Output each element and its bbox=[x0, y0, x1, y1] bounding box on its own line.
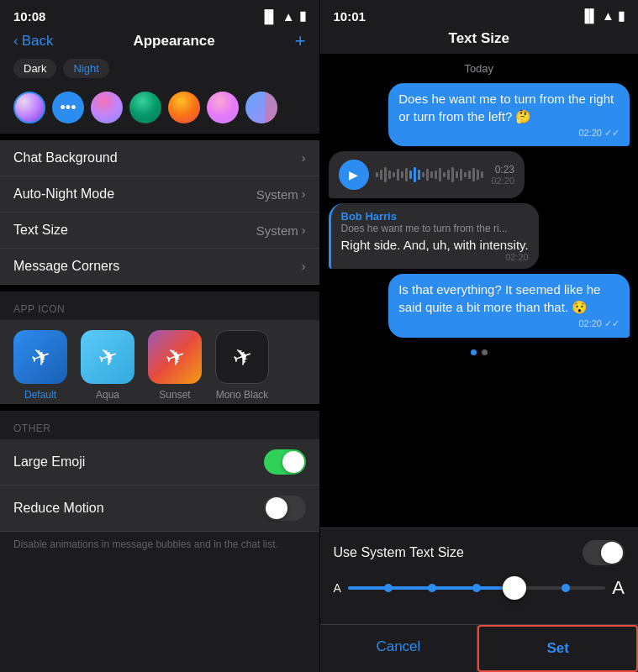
message-out-1: Does he want me to turn from the right o… bbox=[388, 83, 630, 146]
menu-item-auto-night[interactable]: Auto-Night Mode System › bbox=[0, 176, 319, 213]
accent-color-gradient[interactable] bbox=[245, 92, 277, 123]
accent-color-blue[interactable]: ••• bbox=[52, 92, 84, 123]
svg-rect-15 bbox=[439, 168, 441, 181]
left-panel: 10:08 ▐▌ ▲ ▮ ‹ Back Appearance + Dark Ni… bbox=[0, 0, 319, 672]
app-icon-default[interactable]: ✈ Default bbox=[13, 330, 67, 401]
reply-main-text: Right side. And, uh, with intensity. bbox=[341, 238, 529, 252]
menu-item-message-corners[interactable]: Message Corners › bbox=[0, 249, 319, 285]
svg-rect-5 bbox=[397, 169, 399, 181]
toggle-knob-motion bbox=[266, 497, 287, 519]
accent-color-orange[interactable] bbox=[168, 92, 200, 123]
svg-rect-23 bbox=[472, 168, 475, 181]
reply-preview: Does he want me to turn from the ri... bbox=[341, 223, 529, 234]
accent-color-purple[interactable] bbox=[13, 92, 45, 123]
audio-duration: 0:23 bbox=[495, 164, 514, 176]
message-text-1: Does he want me to turn from the right o… bbox=[398, 92, 614, 123]
slider-mark-2 bbox=[428, 584, 436, 592]
right-panel: 10:01 ▐▌ ▲ ▮ Text Size Today Does he wan… bbox=[320, 0, 639, 672]
tick-icon-1: ✓✓ bbox=[604, 128, 620, 138]
system-text-row: Use System Text Size bbox=[334, 540, 625, 565]
battery-icon: ▮ bbox=[299, 8, 306, 24]
other-section: Large Emoji Reduce Motion bbox=[0, 439, 319, 532]
svg-rect-10 bbox=[418, 170, 420, 180]
chat-date: Today bbox=[329, 62, 630, 75]
svg-rect-7 bbox=[405, 168, 408, 181]
app-icon-aqua[interactable]: ✈ Aqua bbox=[81, 330, 134, 401]
chat-area: Today Does he want me to turn from the r… bbox=[320, 54, 639, 528]
svg-rect-3 bbox=[388, 171, 391, 179]
accent-color-pink[interactable] bbox=[91, 92, 123, 123]
battery-icon-r: ▮ bbox=[618, 8, 625, 23]
svg-rect-8 bbox=[409, 171, 412, 179]
svg-rect-2 bbox=[384, 167, 387, 182]
text-size-slider[interactable] bbox=[348, 586, 605, 590]
time-right: 10:01 bbox=[334, 9, 366, 24]
chevron-right-icon-0: › bbox=[302, 151, 306, 165]
svg-rect-19 bbox=[456, 171, 458, 178]
app-icons-row: ✈ Default ✈ Aqua ✈ Sunset ✈ Mono Black bbox=[0, 320, 319, 404]
status-icons-left: ▐▌ ▲ ▮ bbox=[260, 8, 305, 24]
telegram-logo-default: ✈ bbox=[27, 341, 55, 374]
section-header-app-icon: APP ICON bbox=[0, 291, 319, 320]
svg-rect-11 bbox=[422, 172, 424, 177]
play-button[interactable]: ▶ bbox=[339, 160, 369, 190]
status-bar-right: 10:01 ▐▌ ▲ ▮ bbox=[320, 0, 639, 27]
app-icon-sunset[interactable]: ✈ Sunset bbox=[148, 330, 202, 401]
menu-item-chat-background[interactable]: Chat Background › bbox=[0, 140, 319, 176]
theme-night[interactable]: Night bbox=[63, 59, 108, 78]
svg-rect-0 bbox=[376, 172, 378, 177]
large-emoji-toggle[interactable] bbox=[264, 449, 306, 475]
menu-item-text-size[interactable]: Text Size System › bbox=[0, 213, 319, 249]
nav-bar-left: ‹ Back Appearance + bbox=[0, 27, 319, 59]
add-button[interactable]: + bbox=[295, 30, 306, 52]
slider-mark-3 bbox=[472, 584, 481, 592]
cancel-button[interactable]: Cancel bbox=[320, 625, 478, 672]
toggle-large-emoji[interactable]: Large Emoji bbox=[0, 439, 319, 486]
theme-dark[interactable]: Dark bbox=[13, 59, 56, 78]
accent-color-green[interactable] bbox=[129, 92, 161, 123]
status-icons-right: ▐▌ ▲ ▮ bbox=[581, 8, 625, 24]
svg-rect-9 bbox=[414, 167, 416, 182]
app-icon-mono-black[interactable]: ✈ Mono Black bbox=[215, 330, 269, 401]
svg-rect-6 bbox=[401, 171, 403, 178]
signal-icon-r: ▐▌ bbox=[581, 8, 598, 23]
slider-thumb[interactable] bbox=[503, 576, 526, 600]
message-time-2: 02:20 ✓✓ bbox=[398, 318, 620, 330]
svg-rect-4 bbox=[393, 172, 395, 177]
time-left: 10:08 bbox=[13, 9, 45, 24]
reduce-motion-toggle[interactable] bbox=[264, 496, 306, 521]
audio-message: ▶ bbox=[329, 151, 525, 198]
svg-rect-22 bbox=[468, 171, 471, 179]
chevron-right-icon-1: › bbox=[302, 187, 306, 201]
svg-rect-12 bbox=[426, 169, 429, 181]
telegram-logo-mono: ✈ bbox=[229, 341, 256, 374]
message-out-2: Is that everything? It seemed like he sa… bbox=[388, 274, 630, 337]
svg-rect-1 bbox=[380, 170, 382, 180]
set-button[interactable]: Set bbox=[477, 625, 638, 672]
theme-row: Dark Night bbox=[0, 59, 319, 85]
dot-2 bbox=[482, 349, 488, 355]
signal-icon: ▐▌ bbox=[260, 9, 277, 24]
message-time-1: 02:20 ✓✓ bbox=[398, 127, 620, 139]
menu-item-right-0: › bbox=[302, 151, 306, 165]
system-text-toggle[interactable] bbox=[583, 540, 625, 565]
chevron-left-icon: ‹ bbox=[13, 33, 18, 50]
section-divider-1 bbox=[0, 134, 319, 140]
slider-a-large-icon: A bbox=[612, 577, 625, 599]
chevron-right-icon-3: › bbox=[302, 260, 306, 273]
accent-color-violet[interactable] bbox=[207, 92, 239, 123]
back-label: Back bbox=[22, 33, 54, 50]
svg-rect-16 bbox=[443, 172, 446, 177]
help-text: Disable animations in message bubbles an… bbox=[0, 532, 319, 564]
page-indicator bbox=[329, 343, 630, 362]
slider-mark-1 bbox=[384, 584, 393, 592]
wifi-icon-r: ▲ bbox=[602, 8, 614, 23]
slider-marks bbox=[348, 584, 605, 592]
chevron-right-icon-2: › bbox=[302, 223, 306, 237]
text-size-panel: Use System Text Size A A bbox=[320, 528, 639, 624]
back-button[interactable]: ‹ Back bbox=[13, 33, 53, 50]
svg-rect-25 bbox=[481, 171, 483, 178]
toggle-reduce-motion[interactable]: Reduce Motion bbox=[0, 486, 319, 532]
audio-waveform bbox=[376, 162, 485, 187]
svg-rect-21 bbox=[464, 172, 467, 177]
